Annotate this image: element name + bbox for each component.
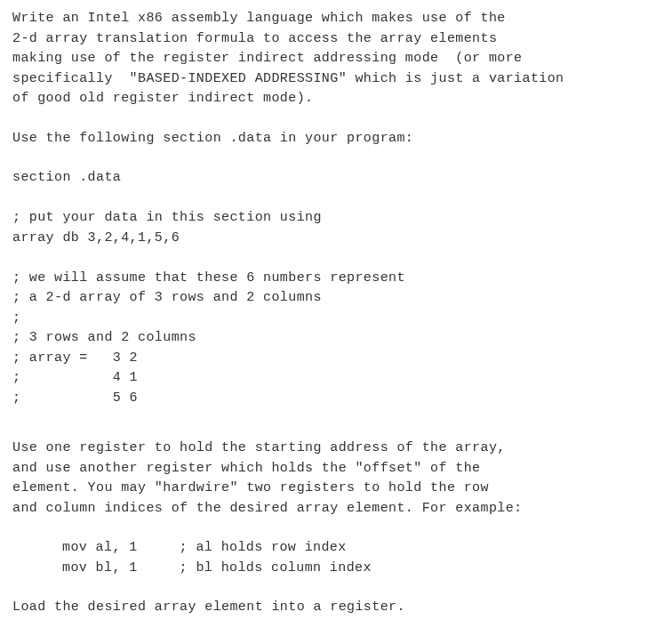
text-line: Load the desired array element into a re… (12, 598, 652, 618)
code-line: ; we will assume that these 6 numbers re… (12, 269, 652, 289)
paragraph-instruction: Use the following section .data in your … (12, 129, 652, 149)
paragraph-final: Load the desired array element into a re… (12, 598, 652, 618)
code-line: array db 3,2,4,1,5,6 (12, 229, 652, 249)
code-section-data: section .data ; put your data in this se… (12, 168, 652, 408)
text-line: Use the following section .data in your … (12, 129, 652, 149)
code-line: ; 4 1 (12, 368, 652, 389)
code-line: ; array = 3 2 (12, 349, 652, 369)
text-line: and use another register which holds the… (12, 459, 652, 479)
text-line: Write an Intel x86 assembly language whi… (12, 9, 652, 29)
code-line: ; 3 rows and 2 columns (12, 328, 652, 349)
code-line (12, 189, 652, 209)
code-line: ; a 2-d array of 3 rows and 2 columns (12, 288, 652, 309)
paragraph-register-instruction: Use one register to hold the starting ad… (12, 439, 652, 519)
text-line: and column indices of the desired array … (12, 499, 652, 519)
text-line: element. You may "hardwire" two register… (12, 479, 652, 499)
code-line: mov bl, 1 ; bl holds column index (62, 559, 652, 579)
code-line: ; 5 6 (12, 389, 652, 409)
code-line: mov al, 1 ; al holds row index (62, 538, 652, 559)
text-line: specifically "BASED-INDEXED ADDRESSING" … (12, 69, 652, 90)
text-line: of good old register indirect mode). (12, 89, 652, 109)
code-line: ; (12, 309, 652, 329)
code-line: ; put your data in this section using (12, 208, 652, 229)
text-line: Use one register to hold the starting ad… (12, 439, 652, 459)
code-line: section .data (12, 168, 652, 189)
code-example: mov al, 1 ; al holds row index mov bl, 1… (12, 538, 652, 578)
text-line: making use of the register indirect addr… (12, 49, 652, 69)
paragraph-intro: Write an Intel x86 assembly language whi… (12, 9, 652, 109)
code-line (12, 248, 652, 269)
text-line: 2-d array translation formula to access … (12, 29, 652, 50)
